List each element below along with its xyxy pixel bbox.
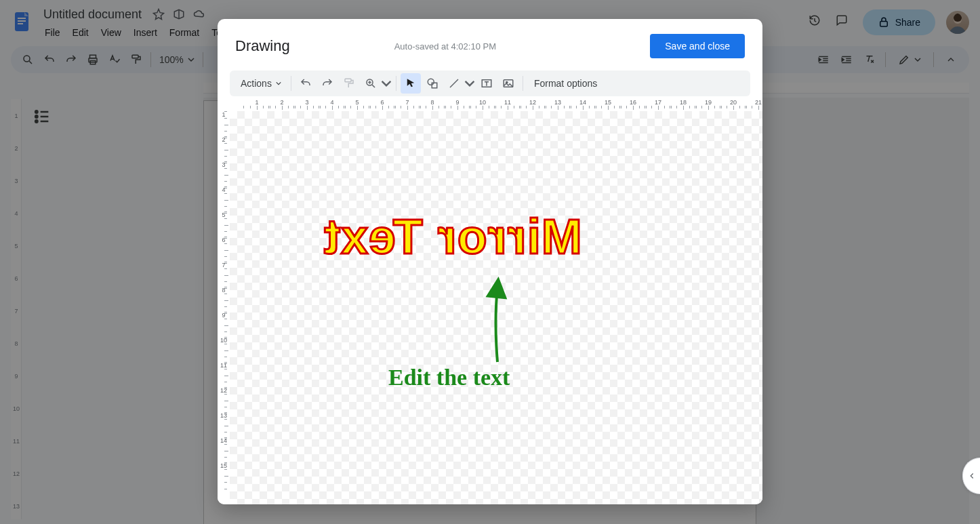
- actions-menu-button[interactable]: Actions: [235, 75, 287, 92]
- ruler-h-14: 14: [569, 99, 596, 106]
- ruler-v-14: 14: [218, 437, 230, 464]
- ruler-h-12: 12: [519, 99, 546, 106]
- drawing-canvas[interactable]: Mirror Text Edit the text: [230, 111, 762, 504]
- ruler-h-2: 2: [268, 99, 295, 106]
- ruler-v-8: 8: [218, 287, 230, 314]
- svg-rect-17: [432, 83, 437, 88]
- select-tool-icon[interactable]: [401, 73, 421, 94]
- ruler-h-18: 18: [670, 99, 697, 106]
- ruler-h-3: 3: [293, 99, 321, 106]
- undo-icon[interactable]: [295, 73, 316, 94]
- drawing-vertical-ruler: 123456789101112131415: [218, 111, 230, 504]
- drawing-dialog-header: Drawing Auto-saved at 4:02:10 PM Save an…: [218, 19, 762, 62]
- zoom-icon[interactable]: [361, 73, 381, 94]
- ruler-v-1: 1: [218, 111, 230, 138]
- ruler-h-16: 16: [619, 99, 647, 106]
- ruler-h-21: 21: [745, 99, 762, 106]
- ruler-h-1: 1: [243, 99, 270, 106]
- ruler-v-15: 15: [218, 462, 230, 489]
- ruler-h-8: 8: [419, 99, 446, 106]
- drawing-dialog: Drawing Auto-saved at 4:02:10 PM Save an…: [218, 19, 762, 504]
- ruler-h-9: 9: [444, 99, 471, 106]
- ruler-v-4: 4: [218, 186, 230, 214]
- ruler-v-10: 10: [218, 337, 230, 364]
- line-tool-icon[interactable]: [444, 73, 464, 94]
- ruler-v-9: 9: [218, 312, 230, 339]
- actions-label: Actions: [241, 78, 272, 89]
- ruler-h-15: 15: [594, 99, 621, 106]
- ruler-v-5: 5: [218, 211, 230, 239]
- drawing-horizontal-ruler: 123456789101112131415161718192021: [231, 99, 762, 111]
- ruler-h-11: 11: [494, 99, 521, 106]
- annotation-text: Edit the text: [388, 365, 510, 390]
- svg-point-16: [428, 79, 434, 85]
- ruler-v-12: 12: [218, 387, 230, 414]
- ruler-v-13: 13: [218, 412, 230, 439]
- ruler-v-3: 3: [218, 161, 230, 188]
- ruler-v-2: 2: [218, 136, 230, 163]
- ruler-h-10: 10: [469, 99, 496, 106]
- ruler-h-13: 13: [544, 99, 571, 106]
- ruler-v-6: 6: [218, 237, 230, 264]
- ruler-h-19: 19: [695, 99, 722, 106]
- image-tool-icon[interactable]: [498, 73, 518, 94]
- paint-format-icon: [339, 73, 359, 94]
- ruler-v-11: 11: [218, 362, 230, 389]
- ruler-h-6: 6: [369, 99, 396, 106]
- autosave-status: Auto-saved at 4:02:10 PM: [394, 41, 496, 52]
- redo-icon[interactable]: [317, 73, 338, 94]
- text-box-tool-icon[interactable]: [476, 73, 497, 94]
- line-dropdown-icon[interactable]: [464, 73, 475, 94]
- save-and-close-button[interactable]: Save and close: [650, 34, 745, 58]
- transparency-grid: [230, 111, 762, 504]
- mirrored-text-object[interactable]: Mirror Text: [323, 209, 582, 264]
- format-options-button[interactable]: Format options: [527, 75, 604, 92]
- svg-rect-14: [345, 79, 351, 82]
- ruler-v-7: 7: [218, 262, 230, 289]
- zoom-dropdown-icon[interactable]: [381, 73, 392, 94]
- ruler-h-17: 17: [645, 99, 672, 106]
- drawing-toolbar: Actions Format options: [230, 70, 750, 96]
- drawing-canvas-area: 123456789101112131415161718192021 123456…: [218, 96, 762, 504]
- drawing-title: Drawing: [235, 37, 290, 55]
- ruler-h-7: 7: [394, 99, 421, 106]
- shape-tool-icon[interactable]: [422, 73, 443, 94]
- ruler-h-5: 5: [344, 99, 371, 106]
- ruler-h-20: 20: [720, 99, 747, 106]
- ruler-h-4: 4: [319, 99, 346, 106]
